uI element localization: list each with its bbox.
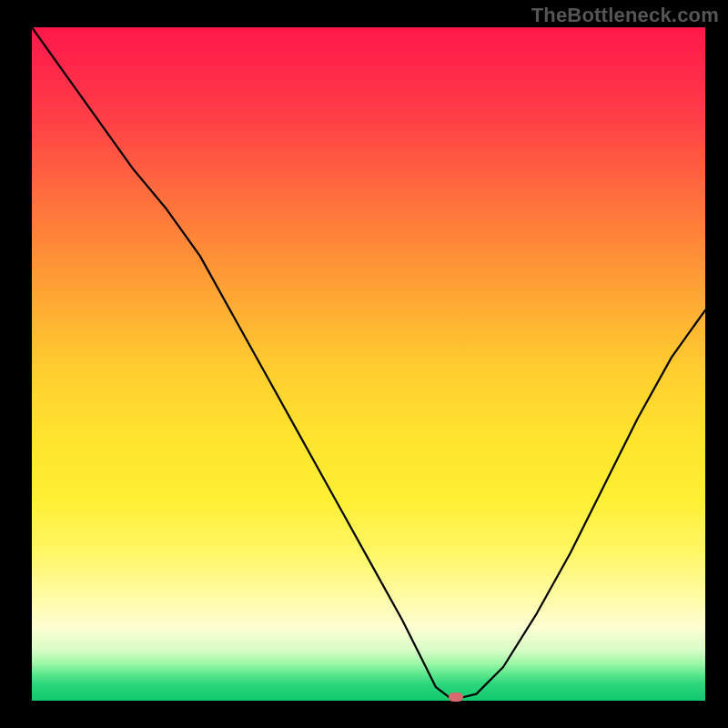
plot-area [32, 27, 705, 701]
watermark-text: TheBottleneck.com [531, 4, 719, 27]
optimal-point-marker [449, 693, 463, 702]
chart-root: TheBottleneck.com [0, 0, 728, 728]
bottleneck-curve [32, 27, 705, 701]
